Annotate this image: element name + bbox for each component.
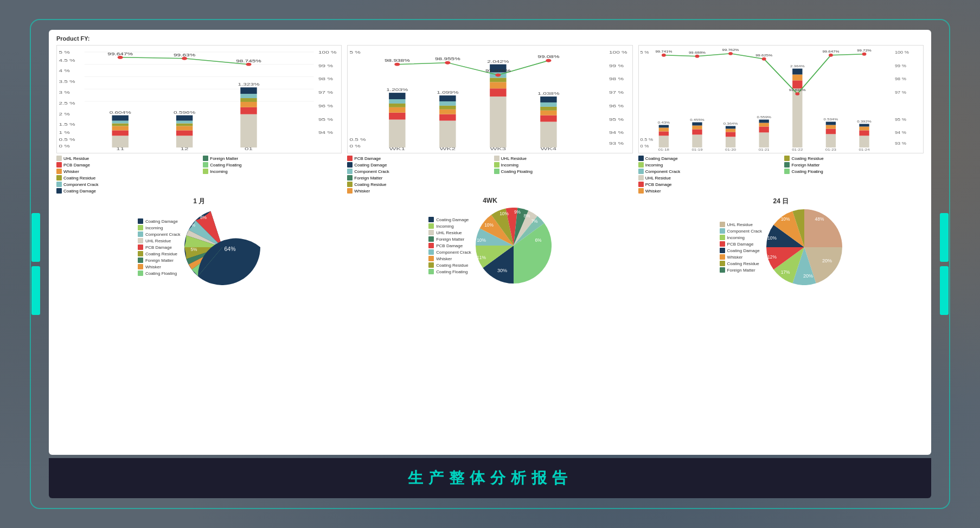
legend-label: PCB Damage [354,156,381,161]
svg-text:94 %: 94 % [895,131,906,135]
monthly-pie-chart: 64% 8% 7% 5% [184,209,260,285]
svg-text:97.979%: 97.979% [485,69,511,73]
legend-color [638,156,644,161]
pie-legend-label: Whisker [145,265,161,269]
page-root: Product FY: 5 % 4.5 % 4 % 3.5 % 3 % 2.5 … [0,0,980,528]
svg-text:01-22: 01-22 [792,148,803,151]
legend-color [347,169,353,174]
legend-color [347,188,353,194]
svg-rect-31 [176,136,193,147]
legend-coating-residue-weekly: Coating Residue [347,182,489,187]
legend-incoming-daily: Incoming [638,162,780,168]
svg-rect-73 [439,114,456,121]
svg-point-96 [395,63,400,66]
pie-legend-item: Coating Floating [428,269,471,274]
svg-text:7%: 7% [531,218,538,224]
pie-legend-item: Foreign Matter [138,257,180,263]
svg-rect-23 [112,136,128,147]
svg-text:99.625%: 99.625% [755,54,772,57]
svg-rect-89 [541,115,557,122]
pie-legend-color [138,218,143,224]
svg-rect-152 [859,126,869,130]
svg-text:1 %: 1 % [59,131,70,135]
svg-rect-91 [541,107,557,111]
svg-rect-24 [112,130,128,136]
svg-text:97 %: 97 % [895,91,906,95]
pie-legend-item: Coating Damage [720,248,762,253]
svg-text:01-24: 01-24 [859,148,869,151]
svg-text:94 %: 94 % [609,131,624,135]
svg-point-161 [829,54,833,57]
pie-legend-color [428,223,434,229]
legend-label: PCB Damage [645,182,672,187]
svg-text:0.559%: 0.559% [757,115,771,119]
legend-coating-floating-monthly: Coating Floating [203,162,342,168]
svg-point-162 [862,53,866,56]
svg-text:0.604%: 0.604% [110,110,132,114]
legend-color [56,169,62,174]
svg-rect-76 [439,101,456,106]
legend-component-crack-daily: Component Crack [638,169,780,174]
svg-rect-26 [112,124,128,126]
legend-label: Foreign Matter [210,156,238,161]
bottom-banner-text: 生产整体分析报告 [408,469,573,486]
svg-rect-39 [240,114,257,147]
daily-chart: 5 % 0.5 % 0 % 100 % 99 % 98 % 97 % 95 % … [638,45,924,153]
svg-text:01-20: 01-20 [725,148,736,151]
svg-rect-93 [541,96,557,102]
svg-rect-153 [859,124,869,127]
svg-rect-147 [825,122,835,125]
svg-text:0.392%: 0.392% [857,119,872,123]
pie-legend-label: Incoming [727,235,745,240]
legend-label: Coating Floating [791,169,823,174]
legend-label: Coating Floating [210,163,241,168]
legend-label: Foreign Matter [354,176,382,181]
svg-rect-33 [176,126,193,131]
pie-legend-color [720,254,725,260]
svg-text:99.741%: 99.741% [655,50,672,53]
svg-text:1.038%: 1.038% [538,92,560,96]
svg-rect-88 [541,122,557,148]
svg-text:01-21: 01-21 [758,148,769,151]
svg-text:WK4: WK4 [541,146,556,151]
svg-text:95 %: 95 % [609,117,624,121]
pie-legend-label: UHL Residue [145,239,171,243]
pie-legend-item: PCB Damage [720,241,762,247]
legend-incoming-monthly: Incoming [203,169,342,174]
pie-legend-label: Coating Residue [727,261,759,266]
legend-label: Coating Floating [501,169,533,174]
pie-legend-label: UHL Residue [436,230,462,235]
legend-component-crack-monthly: Component Crack [56,182,198,187]
pie-legend-label: PCB Damage [436,243,463,248]
svg-text:0.5 %: 0.5 % [640,138,652,142]
svg-text:30%: 30% [497,268,507,273]
pie-legend-item: Whisker [428,256,471,261]
legend-label: Incoming [645,163,663,168]
svg-text:96 %: 96 % [318,104,333,108]
legend-color [347,175,353,181]
daily-pie-chart: 20% 20% 17% 12% 10% 10% 48% [766,209,842,285]
svg-text:98.938%: 98.938% [385,58,410,62]
legend-coating-damage-weekly: Coating Damage [347,162,489,168]
pie-legend-label: Foreign Matter [145,258,174,263]
legend-incoming-weekly: Incoming [494,162,633,168]
pie-legend-label: Whisker [436,256,452,261]
svg-rect-75 [439,106,456,110]
legend-color [56,188,62,194]
svg-text:10%: 10% [767,235,777,241]
svg-text:8%: 8% [200,215,207,220]
svg-rect-150 [859,136,869,147]
pie-legend-color [720,241,725,247]
svg-text:98 %: 98 % [895,77,906,81]
svg-text:01: 01 [245,146,253,151]
legend-color [347,182,353,187]
svg-text:10%: 10% [484,222,494,228]
legend-foreign-matter-weekly: Foreign Matter [347,175,489,181]
pie-legend-item: PCB Damage [428,243,471,248]
svg-rect-41 [240,102,257,107]
svg-rect-115 [658,131,668,136]
pie-legend-color [428,243,434,248]
legend-label: UHL Residue [63,156,89,161]
legend-color [203,156,208,161]
pie-legend-color [428,262,434,268]
